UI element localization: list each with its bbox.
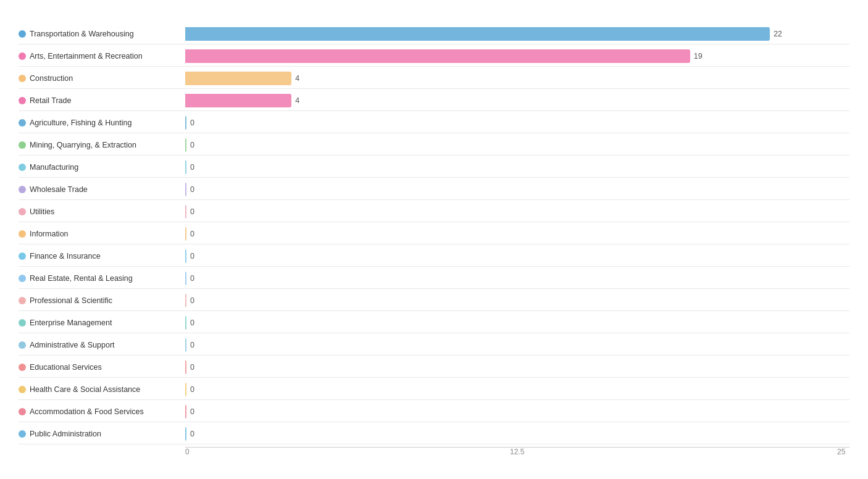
bar-value-label: 0 — [190, 274, 194, 283]
x-axis-label: 25 — [837, 448, 845, 456]
bar — [185, 227, 186, 241]
bar — [185, 294, 186, 307]
bar-row: Administrative & Support0 — [19, 335, 849, 356]
bar-row: Transportation & Warehousing22 — [19, 23, 849, 44]
bar-row: Construction4 — [19, 68, 849, 89]
industry-label: Construction — [30, 74, 73, 83]
bar-dot-icon — [19, 164, 26, 171]
bar-row: Professional & Scientific0 — [19, 290, 849, 311]
industry-label: Educational Services — [30, 363, 102, 372]
bar-row: Information0 — [19, 223, 849, 244]
bar-label: Construction — [19, 72, 185, 85]
bar-value-label: 0 — [190, 407, 194, 416]
bar-container: 0 — [185, 336, 849, 354]
bar-value-label: 0 — [190, 319, 194, 327]
industry-label: Mining, Quarrying, & Extraction — [30, 141, 136, 149]
bar-container: 19 — [185, 48, 849, 65]
bar — [185, 183, 186, 196]
chart-container: Transportation & Warehousing22Arts, Ente… — [19, 12, 849, 462]
bar-value-label: 0 — [190, 119, 194, 127]
bar-container: 4 — [185, 70, 849, 87]
bar — [185, 427, 186, 441]
bar-dot-icon — [19, 386, 26, 393]
bar-container: 0 — [185, 114, 849, 131]
bar — [185, 383, 186, 396]
bar-container: 0 — [185, 314, 849, 331]
bar-row: Manufacturing0 — [19, 157, 849, 178]
bar-label: Administrative & Support — [19, 338, 185, 352]
bar-label: Wholesale Trade — [19, 183, 185, 196]
bar-row: Agriculture, Fishing & Hunting0 — [19, 112, 849, 133]
bar-row: Arts, Entertainment & Recreation19 — [19, 46, 849, 67]
industry-label: Retail Trade — [30, 96, 71, 105]
bar-container: 0 — [185, 403, 849, 420]
bar-label: Real Estate, Rental & Leasing — [19, 272, 185, 285]
bar-dot-icon — [19, 297, 26, 304]
bar-row: Educational Services0 — [19, 357, 849, 378]
bar — [185, 272, 186, 285]
bar-value-label: 0 — [190, 385, 194, 394]
bar-value-label: 0 — [190, 430, 194, 438]
bar-dot-icon — [19, 186, 26, 193]
x-axis: 012.525 — [185, 447, 849, 462]
bar-value-label: 0 — [190, 185, 194, 194]
bar-value-label: 0 — [190, 296, 194, 305]
industry-label: Agriculture, Fishing & Hunting — [30, 119, 131, 127]
industry-label: Public Administration — [30, 430, 101, 438]
bar-dot-icon — [19, 275, 26, 282]
bar — [185, 116, 186, 130]
bar-container: 0 — [185, 136, 849, 154]
bar-label: Manufacturing — [19, 160, 185, 174]
industry-label: Health Care & Social Assistance — [30, 385, 140, 394]
bar-label: Enterprise Management — [19, 316, 185, 330]
bar-container: 0 — [185, 270, 849, 287]
bar-container: 0 — [185, 248, 849, 265]
bar — [185, 249, 186, 263]
bar-container: 0 — [185, 181, 849, 198]
industry-label: Real Estate, Rental & Leasing — [30, 274, 133, 283]
bar-row: Health Care & Social Assistance0 — [19, 379, 849, 400]
bar-container: 0 — [185, 381, 849, 398]
bar-row: Finance & Insurance0 — [19, 246, 849, 267]
bar-label: Retail Trade — [19, 94, 185, 107]
industry-label: Professional & Scientific — [30, 296, 112, 305]
industry-label: Administrative & Support — [30, 341, 115, 349]
bar-container: 0 — [185, 203, 849, 220]
bar-value-label: 19 — [694, 52, 703, 60]
bar-label: Arts, Entertainment & Recreation — [19, 49, 185, 63]
bar-label: Public Administration — [19, 427, 185, 441]
bar-container: 0 — [185, 359, 849, 376]
industry-label: Transportation & Warehousing — [30, 30, 134, 38]
bar-value-label: 4 — [295, 96, 299, 105]
bar-dot-icon — [19, 30, 26, 38]
bar-row: Utilities0 — [19, 201, 849, 222]
industry-label: Enterprise Management — [30, 319, 112, 327]
bar-row: Enterprise Management0 — [19, 312, 849, 333]
bar-dot-icon — [19, 364, 26, 371]
industry-label: Information — [30, 230, 69, 238]
bar-container: 0 — [185, 225, 849, 243]
bar — [185, 138, 186, 152]
bar — [185, 360, 186, 374]
bar-dot-icon — [19, 430, 26, 438]
bar-dot-icon — [19, 141, 26, 149]
bar-value-label: 4 — [295, 74, 299, 83]
bar-label: Health Care & Social Assistance — [19, 383, 185, 396]
bar-dot-icon — [19, 230, 26, 238]
bars-area: Transportation & Warehousing22Arts, Ente… — [19, 23, 849, 444]
x-axis-label: 12.5 — [510, 448, 524, 456]
bar — [185, 160, 186, 174]
bar-value-label: 0 — [190, 230, 194, 238]
industry-label: Accommodation & Food Services — [30, 407, 144, 416]
bar-label: Utilities — [19, 205, 185, 219]
bar — [185, 27, 770, 41]
bar — [185, 316, 186, 330]
bar-label: Agriculture, Fishing & Hunting — [19, 116, 185, 130]
bar-value-label: 0 — [190, 252, 194, 260]
bar-row: Real Estate, Rental & Leasing0 — [19, 268, 849, 289]
bar-container: 0 — [185, 292, 849, 309]
bar-row: Accommodation & Food Services0 — [19, 401, 849, 422]
bar — [185, 405, 186, 419]
bar-dot-icon — [19, 97, 26, 104]
bar-label: Finance & Insurance — [19, 249, 185, 263]
